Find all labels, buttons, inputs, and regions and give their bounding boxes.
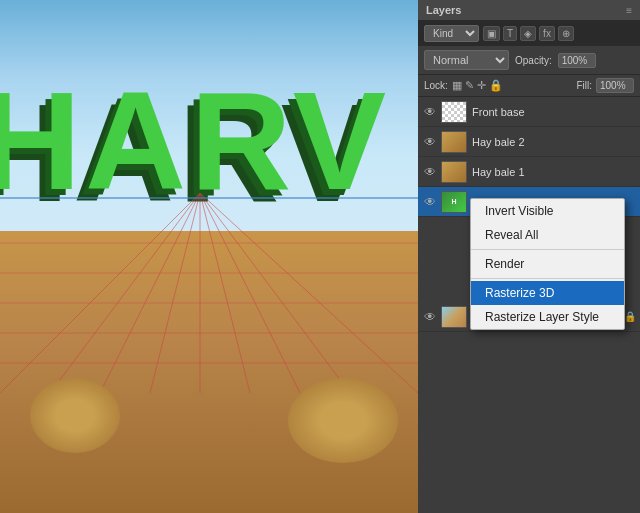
search-icons: ▣ T ◈ fx ⊕ [483,26,574,41]
context-menu-separator-2 [471,278,624,279]
pixel-filter-icon[interactable]: ▣ [483,26,500,41]
opacity-input[interactable] [558,53,596,68]
layer-name: Hay bale 1 [472,166,636,178]
shape-filter-icon[interactable]: ◈ [520,26,536,41]
context-menu-item-reveal-all[interactable]: Reveal All [471,223,624,247]
smart-filter-icon[interactable]: ⊕ [558,26,574,41]
layer-row[interactable]: 👁 Hay bale 1 [418,157,640,187]
layer-row[interactable]: 👁 Hay bale 2 [418,127,640,157]
lock-fill-bar: Lock: ▦ ✎ ✛ 🔒 Fill: [418,75,640,97]
blend-opacity-bar: Normal Opacity: [418,46,640,75]
visibility-eye-icon[interactable]: 👁 [422,164,438,180]
visibility-eye-icon[interactable]: 👁 [422,309,438,325]
layer-name: Hay bale 2 [472,136,636,148]
visibility-eye-icon[interactable]: 👁 [422,194,438,210]
layers-panel-title: Layers [426,4,461,16]
layer-thumbnail [441,161,467,183]
context-menu-item-rasterize-layer-style[interactable]: Rasterize Layer Style [471,305,624,329]
lock-image-icon[interactable]: ✎ [465,79,474,92]
lock-position-icon[interactable]: ✛ [477,79,486,92]
app-container: HARV [0,0,640,513]
context-menu-separator [471,249,624,250]
context-menu-item-rasterize-3d[interactable]: Rasterize 3D [471,281,624,305]
layer-thumbnail [441,131,467,153]
lock-transparent-icon[interactable]: ▦ [452,79,462,92]
hay-bale-right [288,378,398,463]
grid-overlay [0,193,418,393]
visibility-eye-icon[interactable]: 👁 [422,104,438,120]
context-menu-item-render[interactable]: Render [471,252,624,276]
layer-thumbnail: H [441,191,467,213]
layers-title-icons: ≡ [626,5,632,16]
layer-thumbnail [441,101,467,123]
effect-filter-icon[interactable]: fx [539,26,555,41]
opacity-label: Opacity: [515,55,552,66]
fill-input[interactable] [596,78,634,93]
layers-title-bar: Layers ≡ [418,0,640,21]
panel-menu-icon[interactable]: ≡ [626,5,632,16]
fill-label: Fill: [576,80,592,91]
canvas-area: HARV [0,0,418,513]
search-bar: Kind ▣ T ◈ fx ⊕ [418,21,640,46]
lock-icons: ▦ ✎ ✛ 🔒 [452,79,503,92]
hay-bale-left [30,378,120,453]
visibility-eye-icon[interactable]: 👁 [422,134,438,150]
context-menu: Invert Visible Reveal All Render Rasteri… [470,198,625,330]
canvas-background: HARV [0,0,418,513]
kind-select[interactable]: Kind [424,25,479,42]
context-menu-item-invert-visible[interactable]: Invert Visible [471,199,624,223]
layer-row[interactable]: 👁 Front base [418,97,640,127]
lock-label: Lock: [424,80,448,91]
layer-name: Front base [472,106,636,118]
layer-thumbnail [441,306,467,328]
lock-all-icon[interactable]: 🔒 [489,79,503,92]
type-filter-icon[interactable]: T [503,26,517,41]
blend-mode-select[interactable]: Normal [424,50,509,70]
layer-lock-icon: 🔒 [624,311,636,322]
